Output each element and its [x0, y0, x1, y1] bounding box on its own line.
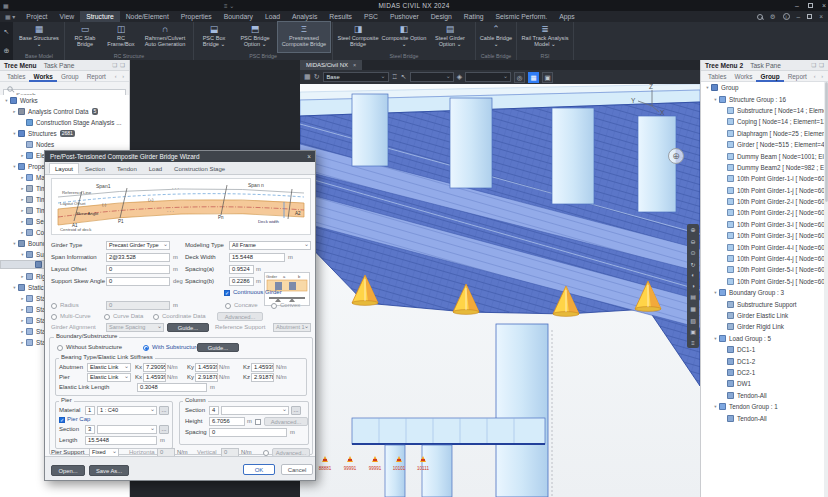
expand-arrow-icon[interactable]: ▾ — [712, 290, 719, 295]
window-close-button[interactable]: × — [822, 0, 826, 11]
wizard-icon[interactable]: ♖ — [392, 72, 398, 82]
composite-option-button[interactable]: ◧Composite Option ⌄ — [381, 22, 427, 52]
expand-arrow-icon[interactable]: ▾ — [712, 97, 719, 102]
zoom-in-icon[interactable]: ⊕ — [690, 226, 695, 233]
active-group-select[interactable] — [465, 72, 511, 82]
expand-arrow-icon[interactable]: ▸ — [19, 329, 26, 334]
settings-icon[interactable]: ⚙ — [770, 13, 776, 21]
tree-item-structure-group-16[interactable]: ▾Structure Group : 16 — [701, 93, 828, 104]
window-maximize-button[interactable] — [808, 3, 813, 8]
column-section-index-input[interactable]: 4 — [209, 406, 219, 415]
tree-item-10th-point-girder-2-i-node-60-[interactable]: 10th Point Girder-2-i [ Node=60 ; Ele... — [701, 196, 828, 207]
left-tab-group[interactable]: Group — [57, 71, 83, 82]
tree-item-girder-node-515-element-480-[interactable]: Girder [ Node=515 ; Element=480 ] — [701, 139, 828, 150]
panel-float-icon[interactable]: ❏ — [112, 62, 117, 68]
grid-icon[interactable]: ▧ — [690, 317, 696, 324]
dialog-tab-section[interactable]: Section — [79, 163, 111, 174]
expand-arrow-icon[interactable]: ▸ — [19, 175, 26, 180]
expand-arrow-icon[interactable]: ▾ — [3, 98, 10, 103]
expand-arrow-icon[interactable]: ▾ — [11, 241, 18, 246]
expand-arrow-icon[interactable]: ▾ — [11, 164, 18, 169]
menu-item-load[interactable]: Load — [259, 11, 286, 22]
material-browse-button[interactable]: ... — [159, 406, 169, 415]
expand-arrow-icon[interactable]: ▾ — [704, 85, 711, 90]
open-button[interactable]: Open... — [51, 465, 85, 476]
right-header-tab-task-pane[interactable]: Task Pane — [750, 62, 781, 69]
alignment-guide-button[interactable]: Guide... — [167, 323, 209, 332]
pier-section-select[interactable] — [97, 425, 157, 434]
rc-slab-bridge-button[interactable]: ▭RC Slab Bridge — [67, 22, 103, 52]
abutment-bearing-select[interactable]: Elastic Link — [87, 363, 131, 372]
tree-item-dw1[interactable]: DW1 — [701, 378, 828, 389]
expand-arrow-icon[interactable]: ▸ — [19, 296, 26, 301]
info-icon[interactable]: i — [783, 13, 790, 20]
lock-view-icon[interactable]: ▣ — [542, 72, 553, 83]
menu-item-node-element[interactable]: Node/Element — [120, 11, 175, 22]
tree-item-10th-point-girder-4-i-node-60-[interactable]: 10th Point Girder-4-i [ Node=60 ; Ele... — [701, 241, 828, 252]
menu-item-design[interactable]: Design — [425, 11, 458, 22]
coordinate-data-radio[interactable] — [153, 314, 159, 320]
tree-item-group[interactable]: ▾Group — [701, 82, 828, 93]
search-icon[interactable] — [757, 14, 763, 20]
pier-length-input[interactable]: 15.5448 — [85, 436, 157, 445]
expand-arrow-icon[interactable]: ▸ — [19, 153, 26, 158]
girder-type-select[interactable]: Precast Girder Type — [106, 241, 170, 250]
pier-bearing-select[interactable]: Elastic Link — [87, 373, 131, 382]
expand-arrow-icon[interactable]: ▾ — [712, 336, 719, 341]
material-index-input[interactable]: 1 — [85, 406, 95, 415]
named-plane-select[interactable] — [410, 72, 454, 82]
pier-cap-checkbox[interactable]: ✓ — [59, 417, 65, 423]
left-tab-scroll-arrows[interactable]: ‹ › — [115, 73, 126, 79]
tree-item-diaphragm-node-25-element-20-[interactable]: Diaphragm [ Node=25 ; Element=20 ] — [701, 128, 828, 139]
tree-item-nodes[interactable]: Nodes — [0, 139, 129, 150]
window-minimize-button[interactable]: – — [795, 0, 799, 11]
with-substructure-radio[interactable] — [143, 345, 149, 351]
tree-item-10th-point-girder-3-i-node-60-[interactable]: 10th Point Girder-3-i [ Node=60 ; Ele... — [701, 219, 828, 230]
abutment-ky-input[interactable]: 1.45939e — [195, 363, 218, 372]
list-icon[interactable]: ≡ — [691, 340, 695, 346]
menu-item-psc[interactable]: PSC — [358, 11, 384, 22]
pier-section-browse-button[interactable]: ... — [159, 425, 169, 434]
viewport-tab[interactable]: MIDAS/Civil NX × — [300, 60, 362, 70]
tree-item-works[interactable]: ▾Works — [0, 95, 129, 106]
tree-item-load-group-5[interactable]: ▾Load Group : 5 — [701, 333, 828, 344]
substructure-guide-button[interactable]: Guide... — [197, 343, 239, 352]
left-tab-tables[interactable]: Tables — [3, 71, 29, 82]
right-tab-group[interactable]: Group — [756, 71, 783, 82]
tree-item-dc1-2[interactable]: DC1-2 — [701, 355, 828, 366]
dialog-close-icon[interactable]: × — [307, 151, 311, 162]
left-tab-report[interactable]: Report — [83, 71, 110, 82]
elastic-link-length-input[interactable]: 0.3048 — [137, 383, 207, 392]
expand-arrow-icon[interactable]: ▸ — [19, 230, 26, 235]
render-view-icon[interactable]: ◎ — [514, 72, 525, 83]
radius-input[interactable]: 0 — [106, 301, 170, 310]
reference-support-select[interactable]: Abutment 1 — [273, 323, 311, 332]
expand-arrow-icon[interactable]: ▾ — [712, 404, 719, 409]
expand-arrow-icon[interactable]: ▸ — [19, 307, 26, 312]
spacing-b-input[interactable]: 0.2286 — [229, 277, 254, 286]
dialog-tab-layout[interactable]: Layout — [49, 163, 79, 174]
dialog-title-bar[interactable]: Pre/Post-Tensioned Composite Girder Brid… — [45, 151, 315, 162]
column-height-input[interactable]: 6.7056 — [209, 417, 245, 426]
menu-item-structure[interactable]: Structure — [80, 11, 120, 22]
expand-arrow-icon[interactable]: ▸ — [19, 318, 26, 323]
panel-close-icon[interactable]: ❏ — [819, 62, 824, 68]
rail-track-analysis-model-button[interactable]: ≣Rail Track Analysis Model ⌄ — [519, 22, 571, 52]
select-icon[interactable]: ↖ — [401, 72, 407, 82]
zoom-fit-icon[interactable]: ⊙ — [690, 249, 695, 256]
expand-arrow-icon[interactable]: ▾ — [19, 252, 26, 257]
pier-kx-input[interactable]: 1.45939e — [143, 373, 166, 382]
steel-girder-option-button[interactable]: ▤Steel Girder Option ⌄ — [427, 22, 473, 52]
curve-data-radio[interactable] — [104, 314, 110, 320]
base-structures-button[interactable]: ▦Base Structures ⌄ — [16, 22, 62, 52]
abutment-kx-input[interactable]: 7.29095e — [143, 363, 166, 372]
right-tab-works[interactable]: Works — [730, 71, 756, 82]
assign-icon[interactable]: ◈ — [457, 72, 462, 82]
tree-scrollbar[interactable] — [824, 82, 828, 497]
left-header-tab-task-pane[interactable]: Task Pane — [44, 62, 75, 69]
panel-close-icon[interactable]: ❏ — [120, 62, 125, 68]
pier-ky-input[interactable]: 2.91878e — [195, 373, 218, 382]
view-compass-icon[interactable]: ⊕ — [668, 148, 684, 164]
tree-item-10th-point-girder-5-i-node-60-[interactable]: 10th Point Girder-5-i [ Node=60 ; Ele... — [701, 264, 828, 275]
girder-alignment-select[interactable]: Same Spacing — [106, 323, 164, 332]
